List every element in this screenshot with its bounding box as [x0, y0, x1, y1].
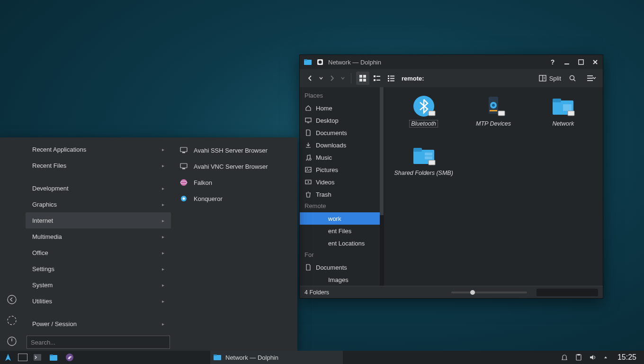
clock[interactable]: 15:25 [615, 353, 639, 362]
places-item-ent-files[interactable]: ent Files [300, 225, 384, 237]
svg-rect-64 [50, 355, 53, 356]
category-system[interactable]: System▸ [26, 277, 171, 293]
svg-rect-47 [425, 153, 432, 155]
back-icon[interactable] [6, 294, 18, 305]
power-icon[interactable] [6, 336, 18, 347]
places-item-videos[interactable]: Videos [300, 176, 384, 188]
places-item-pictures[interactable]: Pictures [300, 164, 384, 176]
hamburger-menu-button[interactable] [584, 72, 599, 85]
pinned-dolphin-icon[interactable] [45, 351, 62, 364]
smb-folder-icon [411, 144, 437, 167]
minimize-button[interactable] [563, 58, 571, 66]
svg-point-3 [319, 61, 322, 64]
svg-rect-5 [579, 60, 583, 64]
category-power-session[interactable]: Power / Session▸ [26, 316, 171, 332]
maximize-button[interactable] [577, 58, 585, 66]
tray-expand-icon[interactable] [603, 355, 608, 360]
places-item-ent-locations[interactable]: ent Locations [300, 237, 384, 249]
category-internet[interactable]: Internet▸ [26, 212, 171, 228]
svg-rect-42 [553, 99, 561, 102]
svg-rect-13 [376, 80, 380, 81]
svg-rect-11 [376, 76, 380, 77]
search-button[interactable] [566, 72, 579, 85]
svg-rect-9 [363, 79, 366, 82]
forward-button[interactable] [325, 72, 339, 85]
back-history-dropdown[interactable] [318, 72, 324, 85]
submenu-item-avahi-vnc-server-browser[interactable]: Avahi VNC Server Browser [175, 158, 295, 174]
svg-rect-67 [214, 355, 217, 356]
places-item-documents[interactable]: Documents [300, 261, 384, 273]
category-multimedia[interactable]: Multimedia▸ [26, 228, 171, 245]
split-label: Split [549, 75, 561, 82]
category-recent-applications[interactable]: Recent Applications▸ [26, 141, 171, 157]
places-label: Home [316, 105, 332, 112]
file-item-mtp-devices[interactable]: MTP Devices [458, 95, 528, 142]
chevron-right-icon: ▸ [162, 147, 164, 152]
submenu-item-avahi-ssh-server-browser[interactable]: Avahi SSH Server Browser [175, 142, 295, 158]
svg-rect-10 [374, 75, 376, 77]
clipboard-icon[interactable] [575, 354, 582, 361]
category-graphics[interactable]: Graphics▸ [26, 196, 171, 212]
places-item-home[interactable]: Home [300, 102, 384, 114]
places-label: Images [328, 276, 349, 283]
help-button[interactable]: ? [549, 58, 556, 66]
titlebar[interactable]: Network — Dolphin ? [300, 55, 603, 69]
file-item-shared-folders-smb-[interactable]: Shared Folders (SMB) [389, 144, 458, 191]
svg-point-58 [180, 179, 187, 186]
file-label: Bluetooth [410, 120, 438, 127]
virtual-desktop-pager[interactable] [18, 354, 27, 361]
file-view[interactable]: BluetoothMTP DevicesNetworkShared Folder… [384, 87, 603, 286]
places-item-desktop[interactable]: Desktop [300, 114, 384, 127]
category-label: Internet [32, 217, 53, 224]
svg-rect-35 [429, 111, 435, 116]
address-bar[interactable]: remote: [402, 75, 424, 82]
split-view-button[interactable]: Split [539, 74, 561, 82]
svg-rect-31 [305, 167, 311, 172]
taskbar-entry-label: Network — Dolphin [225, 354, 278, 361]
submenu-item-falkon[interactable]: Falkon [175, 174, 295, 191]
volume-icon[interactable] [589, 354, 597, 361]
places-label: Music [316, 154, 332, 161]
category-development[interactable]: Development▸ [26, 180, 171, 196]
close-button[interactable] [591, 58, 599, 66]
places-item-trash[interactable]: Trash [300, 188, 384, 200]
search-input[interactable] [27, 336, 170, 349]
svg-rect-57 [182, 168, 185, 169]
back-button[interactable] [304, 72, 317, 85]
submenu-label: Konqueror [194, 195, 223, 202]
icons-view-button[interactable] [356, 72, 369, 85]
home-icon [304, 104, 312, 112]
network-folder-icon [550, 95, 576, 118]
places-label: Videos [316, 179, 335, 186]
refresh-icon[interactable] [6, 315, 18, 326]
category-recent-files[interactable]: Recent Files▸ [26, 157, 171, 173]
category-utilities[interactable]: Utilities▸ [26, 293, 171, 309]
places-item-downloads[interactable]: Downloads [300, 139, 384, 151]
pinned-konsole-icon[interactable] [29, 351, 45, 364]
svg-rect-46 [413, 148, 422, 152]
places-item-images[interactable]: Images [300, 273, 384, 286]
compact-view-button[interactable] [370, 72, 384, 85]
download-icon [304, 141, 312, 149]
forward-history-dropdown[interactable] [340, 72, 346, 85]
taskbar-entry-dolphin[interactable]: Network — Dolphin [210, 351, 343, 364]
places-item-work[interactable]: work [300, 212, 384, 225]
svg-point-61 [183, 198, 185, 200]
category-office[interactable]: Office▸ [26, 245, 171, 261]
chevron-right-icon: ▸ [162, 282, 164, 288]
svg-line-25 [574, 80, 576, 82]
pinned-falkon-icon[interactable] [62, 351, 78, 364]
submenu-item-konqueror[interactable]: Konqueror [175, 191, 295, 207]
notifications-icon[interactable] [561, 354, 568, 361]
category-settings[interactable]: Settings▸ [26, 261, 171, 277]
details-view-button[interactable] [385, 72, 398, 85]
zoom-slider[interactable] [451, 291, 527, 293]
file-item-bluetooth[interactable]: Bluetooth [389, 95, 458, 142]
svg-rect-56 [180, 164, 187, 168]
places-scrollbar[interactable] [380, 87, 384, 286]
file-item-network[interactable]: Network [528, 95, 598, 142]
svg-rect-44 [568, 111, 574, 116]
places-item-music[interactable]: Music [300, 151, 384, 164]
start-menu-button[interactable] [0, 351, 16, 364]
places-item-documents[interactable]: Documents [300, 127, 384, 139]
